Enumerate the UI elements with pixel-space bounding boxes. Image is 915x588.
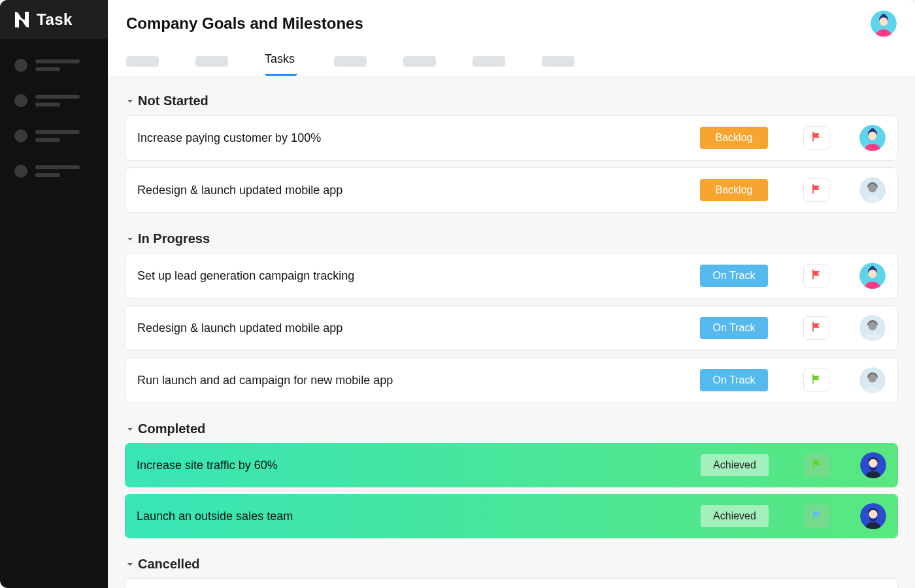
flag-button[interactable] <box>803 178 829 202</box>
flag-button[interactable] <box>803 126 829 150</box>
assignee-avatar[interactable] <box>859 367 886 393</box>
status-badge[interactable]: On Track <box>700 317 768 339</box>
section: Cancelled Receive >95% positive customer… <box>125 551 898 588</box>
sidebar-item[interactable] <box>14 94 93 107</box>
status-badge[interactable]: On Track <box>700 265 768 287</box>
task-title: Set up lead generation campaign tracking <box>137 269 700 283</box>
svg-point-9 <box>869 184 877 193</box>
main: Company Goals and Milestones Tasks Not S… <box>108 0 915 588</box>
flag-button[interactable] <box>804 504 830 528</box>
status-badge[interactable]: On Track <box>700 369 768 391</box>
section-header[interactable]: Not Started <box>125 88 898 115</box>
logo-icon <box>13 12 33 27</box>
svg-point-15 <box>869 322 877 331</box>
section: Not Started Increase paying customer by … <box>125 88 898 213</box>
tab-tasks[interactable]: Tasks <box>265 52 297 76</box>
task-title: Redesign & launch updated mobile app <box>137 184 700 197</box>
sidebar-item[interactable] <box>14 59 93 72</box>
sidebar-item-icon <box>14 94 27 107</box>
task-title: Launch an outside sales team <box>137 510 701 523</box>
sidebar-item-lines <box>35 95 80 106</box>
task-title: Redesign & launch updated mobile app <box>137 321 700 335</box>
svg-point-7 <box>869 132 877 140</box>
chevron-down-icon <box>126 97 134 105</box>
task-row[interactable]: Redesign & launch updated mobile app Bac… <box>125 167 898 213</box>
flag-icon <box>810 372 823 388</box>
section-header[interactable]: Cancelled <box>125 551 898 578</box>
task-row[interactable]: Redesign & launch updated mobile app On … <box>125 305 898 351</box>
section-title: Completed <box>138 421 205 436</box>
flag-icon <box>810 268 823 284</box>
sidebar-item[interactable] <box>14 129 93 142</box>
flag-icon <box>810 320 823 336</box>
flag-button[interactable] <box>803 264 829 287</box>
flag-icon <box>810 508 824 524</box>
task-title: Increase paying customer by 100% <box>137 131 700 145</box>
tab-placeholder[interactable] <box>195 56 228 67</box>
page-title: Company Goals and Milestones <box>126 14 363 33</box>
status-badge[interactable]: Achieved <box>701 505 769 527</box>
sidebar-item-lines <box>35 59 80 71</box>
task-row[interactable]: Receive >95% positive customer reviews i… <box>125 578 898 588</box>
sidebar-item[interactable] <box>14 165 93 178</box>
task-title: Increase site traffic by 60% <box>137 459 701 472</box>
assignee-avatar[interactable] <box>859 315 886 341</box>
task-list: Set up lead generation campaign tracking… <box>125 253 898 403</box>
status-badge[interactable]: Backlog <box>700 179 768 201</box>
logo-text: Task <box>37 10 73 29</box>
chevron-down-icon <box>126 425 134 433</box>
task-row[interactable]: Set up lead generation campaign tracking… <box>125 253 898 299</box>
flag-icon <box>810 457 824 473</box>
sidebar-nav <box>0 39 108 197</box>
assignee-avatar[interactable] <box>859 177 886 203</box>
tab-placeholder[interactable] <box>334 56 367 67</box>
sidebar-item-lines <box>35 130 80 142</box>
status-badge[interactable]: Backlog <box>700 127 768 149</box>
task-list: Increase paying customer by 100% Backlog… <box>125 115 898 213</box>
task-row[interactable]: Run launch and ad campaign for new mobil… <box>125 357 898 403</box>
svg-point-17 <box>869 374 877 383</box>
svg-point-19 <box>869 459 878 468</box>
assignee-avatar[interactable] <box>860 503 886 529</box>
task-row[interactable]: Increase paying customer by 100% Backlog <box>125 115 898 161</box>
content: Not Started Increase paying customer by … <box>108 76 915 588</box>
section-title: In Progress <box>138 231 210 246</box>
task-row[interactable]: Increase site traffic by 60% Achieved <box>125 443 898 487</box>
task-title: Run launch and ad campaign for new mobil… <box>137 374 700 387</box>
flag-button[interactable] <box>804 453 830 477</box>
tab-placeholder[interactable] <box>542 56 574 67</box>
chevron-down-icon <box>126 235 134 243</box>
sidebar-item-lines <box>35 165 80 177</box>
tab-placeholder[interactable] <box>126 56 159 67</box>
task-row[interactable]: Launch an outside sales team Achieved <box>125 494 898 538</box>
section-header[interactable]: In Progress <box>125 226 898 253</box>
section-title: Cancelled <box>138 557 199 572</box>
svg-point-13 <box>869 270 877 278</box>
assignee-avatar[interactable] <box>859 263 886 289</box>
user-avatar[interactable] <box>871 10 897 37</box>
section: Completed Increase site traffic by 60% A… <box>125 416 898 538</box>
flag-icon <box>810 130 823 146</box>
status-badge[interactable]: Achieved <box>701 454 769 476</box>
flag-button[interactable] <box>803 368 829 392</box>
svg-point-21 <box>869 510 878 519</box>
assignee-avatar[interactable] <box>859 125 886 151</box>
assignee-avatar[interactable] <box>860 452 886 478</box>
section: In Progress Set up lead generation campa… <box>125 226 898 403</box>
task-list: Receive >95% positive customer reviews i… <box>125 578 898 588</box>
flag-icon <box>810 182 823 198</box>
sidebar-item-icon <box>14 165 27 178</box>
task-list: Increase site traffic by 60% Achieved La… <box>125 443 898 538</box>
tab-placeholder[interactable] <box>403 56 436 67</box>
tabs: Tasks <box>108 42 915 76</box>
sidebar-logo[interactable]: Task <box>0 0 108 39</box>
tab-placeholder[interactable] <box>473 56 505 67</box>
tab-label: Tasks <box>265 52 295 65</box>
sidebar-item-icon <box>14 129 27 142</box>
section-header[interactable]: Completed <box>125 416 898 443</box>
sidebar: Task <box>0 0 108 588</box>
svg-point-3 <box>880 18 888 26</box>
section-title: Not Started <box>138 93 208 108</box>
flag-button[interactable] <box>803 316 829 340</box>
header: Company Goals and Milestones Tasks <box>108 0 915 76</box>
